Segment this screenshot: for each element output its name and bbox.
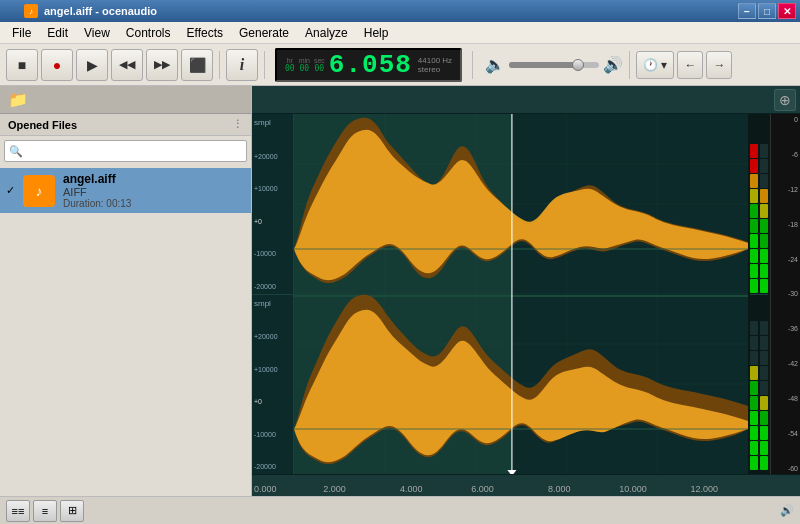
menu-analyze[interactable]: Analyze [297,22,356,43]
zoom-button[interactable]: ⊕ [774,89,796,111]
time-sec-labels: sec 00 [314,57,325,73]
vu-seg [760,456,768,470]
file-item-angel[interactable]: ✓ ♪ angel.aiff AIFF Duration: 00:13 [0,168,251,213]
clock-button[interactable]: 🕐 ▾ [636,51,674,79]
min-value: 00 [299,64,309,73]
menu-effects[interactable]: Effects [179,22,231,43]
vu-seg [750,426,758,440]
db-scale: 0 -6 -12 -18 -24 -30 -36 -42 -48 -54 -60 [770,114,800,474]
vu-seg [760,381,768,395]
rewind-button[interactable]: ◀◀ [111,49,143,81]
search-icon: 🔍 [9,145,23,158]
vu-seg [750,321,758,335]
vu-seg [750,144,758,158]
volume-slider-thumb[interactable] [572,59,584,71]
ch2-v4: -10000 [254,431,291,438]
sample-rate: 44100 Hz [418,56,452,65]
maximize-button[interactable]: □ [758,3,776,19]
time-info: 44100 Hz stereo [418,56,452,74]
vu-seg [750,336,758,350]
waveform-top-bar: ⊕ [252,86,800,114]
view-compact-button[interactable]: ≡ [33,500,57,522]
db-label-0: 0 [771,116,798,123]
vu-seg [760,426,768,440]
vu-seg [750,219,758,233]
vu-seg [760,159,768,173]
menu-edit[interactable]: Edit [39,22,76,43]
db-label-60: -60 [771,465,798,472]
ch1-v1: +20000 [254,153,291,160]
ch2-v2: +10000 [254,366,291,373]
vu-seg [760,234,768,248]
nav-left-button[interactable]: ← [677,51,703,79]
waveform-main[interactable] [294,114,748,474]
record-button[interactable]: ● [41,49,73,81]
view-grid-button[interactable]: ⊞ [60,500,84,522]
close-button[interactable]: ✕ [778,3,796,19]
search-input[interactable] [4,140,247,162]
vu-seg [750,456,758,470]
vu-seg [760,336,768,350]
file-duration: Duration: 00:13 [63,198,245,209]
vu-bar-group [750,118,768,470]
opened-files-label: Opened Files [8,119,77,131]
speaker-icon: 🔊 [780,504,794,517]
volume-slider-track[interactable] [509,62,599,68]
bottom-toolbar: ≡≡ ≡ ⊞ 🔊 [0,496,800,524]
active-check: ✓ [6,184,15,197]
ruler-6: 6.000 [471,484,494,494]
db-label-36: -36 [771,325,798,332]
time-ruler: 0.000 2.000 4.000 6.000 8.000 10.000 12.… [252,474,800,496]
ch1-v3: +0 [254,218,291,225]
vu-seg [750,279,758,293]
fullstop-button[interactable]: ⬛ [181,49,213,81]
vu-seg [760,219,768,233]
menu-controls[interactable]: Controls [118,22,179,43]
db-label-12: -12 [771,186,798,193]
vu-seg [760,249,768,263]
ch2-v3: +0 [254,398,291,405]
app-title: angel.aiff - ocenaudio [44,5,157,17]
vu-seg [760,351,768,365]
search-box: 🔍 [4,140,247,162]
menu-file[interactable]: File [4,22,39,43]
ch2-v1: +20000 [254,333,291,340]
title-bar: ♪ angel.aiff - ocenaudio − □ ✕ [0,0,800,22]
vu-seg [750,411,758,425]
window-controls: − □ ✕ [738,3,796,19]
toolbar-separator-2 [264,51,265,79]
opened-files-header: Opened Files ⋮ [0,114,251,136]
menu-generate[interactable]: Generate [231,22,297,43]
vu-seg [750,204,758,218]
play-button[interactable]: ▶ [76,49,108,81]
vu-seg [760,174,768,188]
menu-bar: File Edit View Controls Effects Generate… [0,22,800,44]
menu-help[interactable]: Help [356,22,397,43]
db-label-54: -54 [771,430,798,437]
nav-right-button[interactable]: → [706,51,732,79]
vu-seg [750,159,758,173]
ch2-label: smpl [254,299,291,308]
min-label: min [299,57,310,64]
ch1-v4: -10000 [254,250,291,257]
vu-seg [750,381,758,395]
file-name: angel.aiff [63,172,245,186]
menu-view[interactable]: View [76,22,118,43]
db-label-18: -18 [771,221,798,228]
db-label-24: -24 [771,256,798,263]
view-list-button[interactable]: ≡≡ [6,500,30,522]
main-time-display: 6.058 [329,50,412,80]
db-label-48: -48 [771,395,798,402]
minimize-button[interactable]: − [738,3,756,19]
vu-seg [750,174,758,188]
info-button[interactable]: i [226,49,258,81]
vu-seg [760,189,768,203]
stop-button[interactable]: ■ [6,49,38,81]
ruler-4: 4.000 [400,484,423,494]
vu-bar-ch2 [750,296,768,471]
vu-bar-ch1-right [760,118,768,293]
vu-bar-ch1-left [750,118,758,293]
folder-icon: 📁 [8,90,28,109]
ch2-v5: -20000 [254,463,291,470]
fastforward-button[interactable]: ▶▶ [146,49,178,81]
